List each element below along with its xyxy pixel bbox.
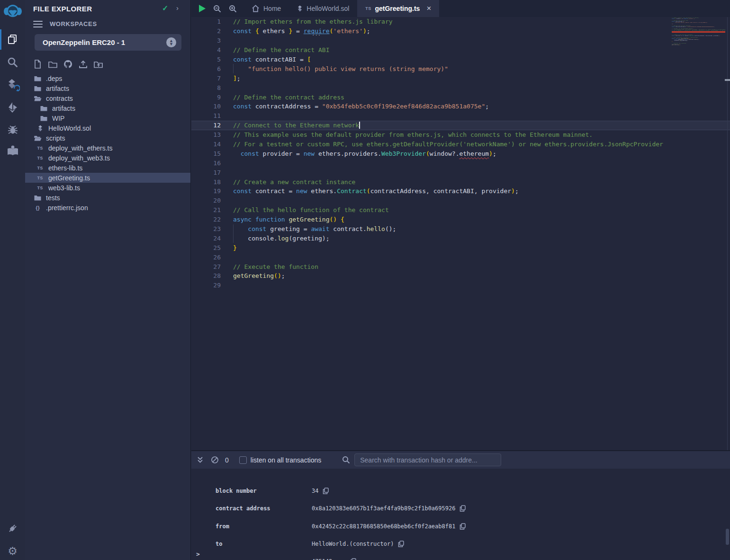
search-icon[interactable]: [0, 54, 25, 70]
plugin-manager-icon[interactable]: [0, 520, 25, 536]
line-number: 2: [191, 27, 221, 35]
chevron-right-icon[interactable]: ›: [176, 4, 179, 12]
code-line[interactable]: 19const contract = new ethers.Contract(c…: [191, 187, 730, 196]
code-line[interactable]: 29: [191, 281, 730, 290]
new-folder-icon[interactable]: [48, 59, 57, 69]
upload-folder-icon[interactable]: [94, 59, 103, 69]
code-line[interactable]: 11: [191, 111, 730, 121]
line-number: 15: [191, 150, 221, 157]
file-tree-item[interactable]: {}.prettierrc.json: [25, 203, 190, 213]
home-icon: [252, 5, 260, 12]
tab-home[interactable]: Home: [243, 0, 289, 17]
tab-label: getGreeting.ts: [375, 5, 420, 12]
file-tree-item[interactable]: artifacts: [25, 83, 190, 93]
code-line-text: // Create a new contract instance: [233, 178, 355, 186]
code-line[interactable]: 24 console.log(greeting);: [191, 233, 730, 243]
file-tree-item[interactable]: TSdeploy_with_ethers.ts: [25, 143, 190, 153]
code-line[interactable]: 1// Import ethers from the ethers.js lib…: [191, 17, 730, 27]
transaction-count: 0: [225, 456, 229, 464]
code-line[interactable]: 9// Define the contract address: [191, 92, 730, 102]
code-line[interactable]: 17: [191, 168, 730, 177]
close-tab-icon[interactable]: ×: [426, 4, 431, 13]
deploy-run-icon[interactable]: [0, 99, 25, 116]
tab-helloworld-sol[interactable]: HelloWorld.sol: [289, 0, 357, 17]
code-line[interactable]: 7];: [191, 73, 730, 83]
file-explorer-icon[interactable]: [0, 31, 25, 47]
code-line[interactable]: 8: [191, 83, 730, 92]
settings-icon[interactable]: ⚙: [0, 543, 25, 559]
copy-icon[interactable]: [323, 488, 329, 494]
new-file-icon[interactable]: [33, 59, 42, 69]
debugger-icon[interactable]: [0, 122, 25, 138]
upload-file-icon[interactable]: [79, 59, 88, 69]
copy-icon[interactable]: [398, 541, 404, 547]
code-line[interactable]: 26: [191, 252, 730, 262]
listen-checkbox[interactable]: [239, 456, 247, 464]
code-line[interactable]: 15 const provider = new ethers.providers…: [191, 149, 730, 158]
log-value: 0x8a120383e6057b1f3aef4fa9b89c2f1b0a6959…: [312, 505, 466, 512]
file-tree-item[interactable]: TSethers-lib.ts: [25, 163, 190, 173]
file-tree-item[interactable]: TSgetGreeting.ts: [25, 173, 190, 183]
code-line[interactable]: 20: [191, 196, 730, 205]
workspace-sort-icon[interactable]: ▲▼: [166, 37, 176, 47]
line-number: 25: [191, 244, 221, 251]
file-tree-item[interactable]: artifacts: [25, 103, 190, 113]
workspaces-menu-icon[interactable]: [33, 21, 43, 27]
terminal-log-row: block number34: [191, 487, 730, 495]
file-label: WIP: [52, 115, 64, 122]
code-line[interactable]: 3: [191, 36, 730, 45]
check-icon[interactable]: ✓: [162, 4, 168, 13]
clear-console-icon[interactable]: [211, 456, 219, 464]
code-line[interactable]: 18// Create a new contract instance: [191, 177, 730, 187]
file-tree-item[interactable]: HelloWorld.sol: [25, 123, 190, 133]
code-line[interactable]: 21// Call the hello function of the cont…: [191, 205, 730, 215]
code-line-text: getGreeting();: [233, 272, 285, 279]
code-line[interactable]: 5const contractABI = [: [191, 55, 730, 64]
file-tree-item[interactable]: WIP: [25, 113, 190, 123]
code-editor[interactable]: 1// Import ethers from the ethers.js lib…: [191, 17, 730, 450]
panel-title: FILE EXPLORER: [33, 5, 92, 13]
terminal-search-icon: [342, 456, 350, 464]
copy-icon[interactable]: [460, 523, 466, 530]
run-script-button[interactable]: [199, 5, 206, 12]
file-tree-item[interactable]: TSdeploy_with_web3.ts: [25, 153, 190, 163]
terminal-search-input[interactable]: [354, 453, 501, 466]
solidity-icon: [297, 5, 303, 12]
code-line[interactable]: 6 "function hello() public view returns …: [191, 64, 730, 73]
code-line[interactable]: 12// Connect to the Ethereum network: [191, 121, 730, 130]
code-line-text: // Execute the function: [233, 263, 318, 270]
file-tree-item[interactable]: tests: [25, 193, 190, 203]
tab-getgreeting-ts[interactable]: TSgetGreeting.ts×: [357, 0, 439, 17]
code-line-text: // Call the hello function of the contra…: [233, 206, 389, 213]
file-tree-item[interactable]: contracts: [25, 93, 190, 103]
code-line[interactable]: 27// Execute the function: [191, 262, 730, 271]
learneth-icon[interactable]: [0, 142, 25, 159]
workspace-dropdown[interactable]: OpenZeppelin ERC20 - 1 ▲▼: [35, 34, 181, 51]
copy-icon[interactable]: [460, 505, 466, 512]
minimap-divider: [727, 17, 728, 450]
code-line[interactable]: 25}: [191, 243, 730, 252]
line-number: 21: [191, 206, 221, 213]
code-line[interactable]: 2const { ethers } = require('ethers');: [191, 27, 730, 36]
collapse-terminal-icon[interactable]: [197, 456, 204, 464]
file-tree-item[interactable]: scripts: [25, 133, 190, 143]
code-line[interactable]: 10const contractAddress = "0xb54febb5c0c…: [191, 102, 730, 111]
file-tree-item[interactable]: TSweb3-lib.ts: [25, 183, 190, 193]
terminal-log-row: toHelloWorld.(constructor): [191, 540, 730, 548]
copy-icon[interactable]: [350, 558, 356, 560]
code-line[interactable]: 22async function getGreeting() {: [191, 215, 730, 224]
code-line[interactable]: 14// For a testnet or custom RPC, use et…: [191, 140, 730, 149]
solidity-compiler-icon[interactable]: [0, 77, 25, 95]
editor-pane: HomeHelloWorld.solTSgetGreeting.ts× 1// …: [191, 0, 730, 450]
file-label: tests: [46, 194, 60, 202]
github-icon[interactable]: [63, 59, 72, 69]
code-line[interactable]: 23 const greeting = await contract.hello…: [191, 224, 730, 234]
file-tree-item[interactable]: .deps: [25, 73, 190, 83]
code-line[interactable]: 4// Define the contract ABI: [191, 45, 730, 55]
zoom-out-icon[interactable]: [213, 5, 221, 13]
code-line[interactable]: 16: [191, 158, 730, 168]
code-line[interactable]: 28getGreeting();: [191, 271, 730, 281]
code-line[interactable]: 13// This example uses the default provi…: [191, 130, 730, 140]
zoom-in-icon[interactable]: [229, 5, 237, 13]
terminal-scrollbar[interactable]: [726, 529, 729, 545]
